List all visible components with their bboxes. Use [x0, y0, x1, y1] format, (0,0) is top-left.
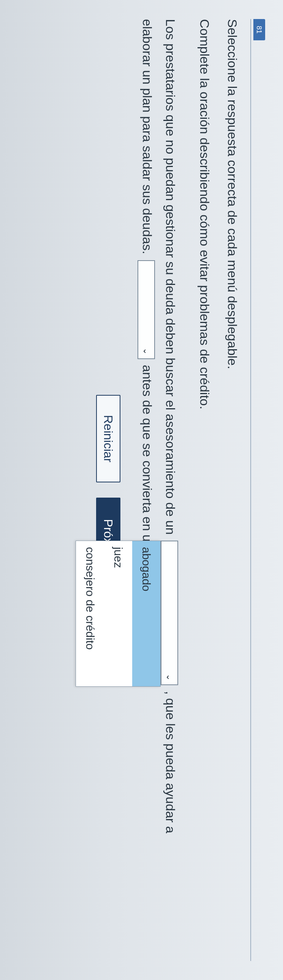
reset-button[interactable]: Reiniciar	[96, 395, 120, 482]
sentence-line2-start: elaborar un plan para saldar sus deudas.	[140, 19, 155, 254]
option-abogado[interactable]: abogado	[132, 541, 160, 686]
question-panel: 81 Seleccione la respuesta correcta de c…	[0, 0, 283, 980]
chevron-down-icon: ⌄	[162, 674, 177, 681]
instruction-text: Seleccione la respuesta correcta de cada…	[225, 19, 240, 961]
dropdown-2[interactable]: ⌄	[138, 260, 155, 359]
divider	[250, 19, 251, 961]
dropdown-1-options: abogado juez consejero de crédito	[76, 541, 161, 687]
subinstruction-text: Complete la oración describiendo cómo ev…	[197, 19, 212, 961]
sentence-part1: Los prestatarios que no puedan gestionar…	[163, 19, 178, 535]
button-row: Reiniciar Próximo	[96, 19, 120, 961]
option-consejero-de-credito[interactable]: consejero de crédito	[76, 541, 104, 686]
option-juez[interactable]: juez	[104, 541, 132, 686]
sentence-part2: , que les pueda ayudar a	[163, 691, 178, 833]
tab-current[interactable]: 81	[253, 19, 265, 40]
chevron-down-icon: ⌄	[139, 348, 154, 355]
fill-sentence: Los prestatarios que no puedan gestionar…	[136, 19, 182, 961]
tab-strip: 81	[253, 19, 268, 961]
sentence-part3: antes de que se convierta en un pr	[136, 365, 159, 564]
dropdown-1[interactable]: ⌄ abogado juez consejero de crédito	[161, 541, 178, 685]
